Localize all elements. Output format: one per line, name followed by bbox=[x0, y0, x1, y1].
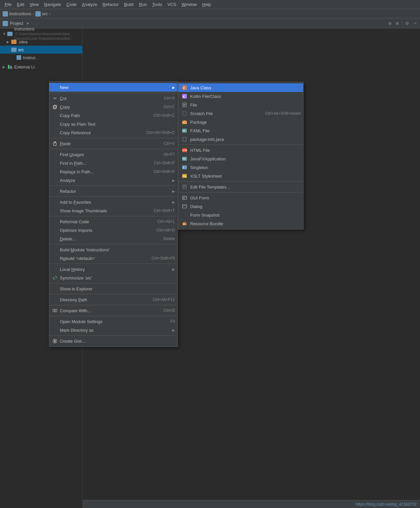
context-menu: New ▶ ✂ Cut Ctrl+X Copy Ctrl+C Copy Path… bbox=[49, 81, 178, 347]
submenu-label-html: HTML File bbox=[190, 148, 210, 153]
tree-item-ext-lib[interactable]: ▶ External Li... bbox=[0, 63, 82, 71]
menu-item-paste[interactable]: Paste Ctrl+V bbox=[49, 139, 178, 148]
resource-bundle-icon: ||| bbox=[182, 221, 188, 227]
gui-form-icon bbox=[182, 195, 188, 201]
menu-refactor[interactable]: Refactor bbox=[100, 1, 121, 8]
menu-analyze[interactable]: Analyze bbox=[79, 1, 100, 8]
tree-label-src: src bbox=[18, 47, 24, 52]
menu-item-find-usages[interactable]: Find Usages Alt+F7 bbox=[49, 150, 178, 159]
svg-rect-7 bbox=[53, 309, 55, 312]
cut-shortcut: Ctrl+X bbox=[164, 96, 175, 101]
breadcrumb-sep1: › bbox=[32, 11, 34, 16]
menu-item-analyze[interactable]: Analyze ▶ bbox=[49, 176, 178, 185]
tree-item-instructions-file[interactable]: Instruc... bbox=[0, 54, 82, 62]
menu-item-compare[interactable]: Compare With... Ctrl+D bbox=[49, 306, 178, 315]
menu-navigate[interactable]: Navigate bbox=[41, 1, 63, 8]
menu-label-synchronize: Synchronize 'src' bbox=[60, 275, 92, 280]
project-tool-settings[interactable]: ⊕ bbox=[395, 21, 400, 26]
submenu-item-file[interactable]: File bbox=[178, 101, 303, 109]
submenu-item-package-info[interactable]: package-info.java bbox=[178, 135, 303, 144]
project-panel-icon bbox=[3, 21, 8, 26]
tree-folder-instructions bbox=[7, 32, 13, 36]
submenu-item-singleton[interactable]: S Singleton bbox=[178, 163, 303, 172]
submenu-item-edit-templates[interactable]: Edit File Templates... bbox=[178, 183, 303, 191]
breadcrumb-src[interactable]: src bbox=[42, 11, 48, 16]
javafx-icon: FX bbox=[182, 156, 188, 162]
menu-label-replace-path: Replace in Path... bbox=[60, 169, 94, 174]
separator-10 bbox=[49, 294, 178, 294]
menu-label-copy-plain: Copy as Plain Text bbox=[60, 122, 95, 127]
menu-file[interactable]: File bbox=[2, 1, 14, 8]
menu-label-add-favorites: Add to Favorites bbox=[60, 200, 91, 205]
menu-label-optimize: Optimize Imports bbox=[60, 228, 92, 233]
menu-item-show-explorer[interactable]: Show in Explorer bbox=[49, 284, 178, 293]
submenu-item-fxml[interactable]: FX FXML File bbox=[178, 126, 303, 135]
menu-item-new[interactable]: New ▶ bbox=[49, 83, 178, 92]
menu-item-copy-ref[interactable]: Copy Reference Ctrl+Alt+Shift+C bbox=[49, 128, 178, 137]
tree-item-src[interactable]: src bbox=[0, 46, 82, 54]
status-url[interactable]: https://blog.csdn.net/qq_41569732 bbox=[356, 502, 417, 507]
menu-item-cut[interactable]: ✂ Cut Ctrl+X bbox=[49, 94, 178, 103]
menu-item-find-path[interactable]: Find in Path... Ctrl+Shift+F bbox=[49, 159, 178, 167]
menu-item-synchronize[interactable]: Synchronize 'src' bbox=[49, 274, 178, 282]
project-tool-pin[interactable]: ⊣ bbox=[411, 21, 417, 26]
menu-vcs[interactable]: VCS bbox=[165, 1, 179, 8]
menu-label-local-history: Local History bbox=[60, 267, 85, 272]
submenu-label-scratch: Scratch File bbox=[190, 111, 213, 116]
submenu-item-resource-bundle[interactable]: ||| Resource Bundle bbox=[178, 219, 303, 228]
menu-run[interactable]: Run bbox=[136, 1, 149, 8]
submenu-item-html[interactable]: HTML HTML File bbox=[178, 146, 303, 154]
submenu-label-edit-templates: Edit File Templates... bbox=[190, 185, 230, 190]
menu-item-build-module[interactable]: Build Module 'Instructions' bbox=[49, 245, 178, 254]
tree-extlib-icon bbox=[7, 64, 13, 69]
separator-1 bbox=[49, 93, 178, 93]
submenu-label-form-snapshot: Form Snapshot bbox=[190, 213, 220, 218]
menu-item-local-history[interactable]: Local History ▶ bbox=[49, 265, 178, 274]
java-class-icon: C bbox=[182, 85, 188, 91]
project-tool-globe[interactable]: ⊕ bbox=[387, 21, 393, 26]
submenu-item-java-class[interactable]: C Java Class bbox=[178, 83, 303, 92]
project-tool-gear[interactable]: ⚙ bbox=[404, 21, 410, 26]
menu-label-copy-path: Copy Path bbox=[60, 113, 80, 118]
menu-window[interactable]: Window bbox=[179, 1, 199, 8]
submenu-item-scratch[interactable]: Scratch File Ctrl+Alt+Shift+Insert bbox=[178, 109, 303, 118]
submenu-item-gui-form[interactable]: GUI Form bbox=[178, 193, 303, 202]
menu-tools[interactable]: Tools bbox=[149, 1, 165, 8]
submenu-item-xslt[interactable]: XSL XSLT Stylesheet bbox=[178, 172, 303, 180]
xslt-icon: XSL bbox=[182, 173, 188, 179]
menu-item-add-favorites[interactable]: Add to Favorites ▶ bbox=[49, 198, 178, 206]
submenu-label-resource-bundle: Resource Bundle bbox=[190, 221, 223, 226]
menu-help[interactable]: Help bbox=[199, 1, 214, 8]
svg-rect-6 bbox=[54, 142, 56, 143]
menu-item-delete[interactable]: Delete... Delete bbox=[49, 234, 178, 243]
menu-item-mark-dir[interactable]: Mark Directory as ▶ bbox=[49, 326, 178, 334]
scratch-icon bbox=[182, 110, 188, 116]
menu-item-show-thumbnails[interactable]: Show Image Thumbnails Ctrl+Shift+T bbox=[49, 206, 178, 215]
submenu-item-dialog[interactable]: Dialog bbox=[178, 202, 303, 211]
project-dropdown-arrow[interactable]: ▼ bbox=[26, 21, 29, 25]
menu-item-create-gist[interactable]: Create Gist... bbox=[49, 337, 178, 345]
menu-item-rebuild[interactable]: Rebuild '<default>' Ctrl+Shift+F9 bbox=[49, 254, 178, 263]
svg-text:FX: FX bbox=[183, 130, 186, 132]
menu-item-refactor[interactable]: Refactor ▶ bbox=[49, 187, 178, 195]
submenu-item-form-snapshot[interactable]: Form Snapshot bbox=[178, 211, 303, 219]
menu-item-reformat[interactable]: Reformat Code Ctrl+Alt+L bbox=[49, 217, 178, 226]
menu-item-module-settings[interactable]: Open Module Settings F4 bbox=[49, 317, 178, 326]
submenu-item-package[interactable]: Package bbox=[178, 118, 303, 126]
submenu-item-kotlin[interactable]: K Kotlin File/Class bbox=[178, 92, 303, 101]
menu-item-copy-path[interactable]: Copy Path Ctrl+Shift+C bbox=[49, 111, 178, 120]
menu-code[interactable]: Code bbox=[64, 1, 79, 8]
menu-edit[interactable]: Edit bbox=[14, 1, 27, 8]
menu-view[interactable]: View bbox=[27, 1, 41, 8]
menu-item-copy-plain[interactable]: Copy as Plain Text bbox=[49, 120, 178, 128]
submenu-item-javafx[interactable]: FX JavaFXApplication bbox=[178, 154, 303, 163]
menu-item-dir-path[interactable]: Directory Path Ctrl+Alt+F12 bbox=[49, 295, 178, 304]
menu-build[interactable]: Build bbox=[121, 1, 136, 8]
breadcrumb-project[interactable]: Instructions bbox=[9, 11, 31, 16]
svg-rect-1 bbox=[10, 65, 11, 69]
menu-item-replace-path[interactable]: Replace in Path... Ctrl+Shift+R bbox=[49, 167, 178, 176]
dir-path-shortcut: Ctrl+Alt+F12 bbox=[153, 297, 175, 302]
menu-item-optimize[interactable]: Optimize Imports Ctrl+Alt+O bbox=[49, 226, 178, 234]
tree-item-instructions[interactable]: ▼ Instructions C:\Users\kaseyc\Documents… bbox=[0, 30, 82, 38]
menu-item-copy[interactable]: Copy Ctrl+C bbox=[49, 103, 178, 111]
